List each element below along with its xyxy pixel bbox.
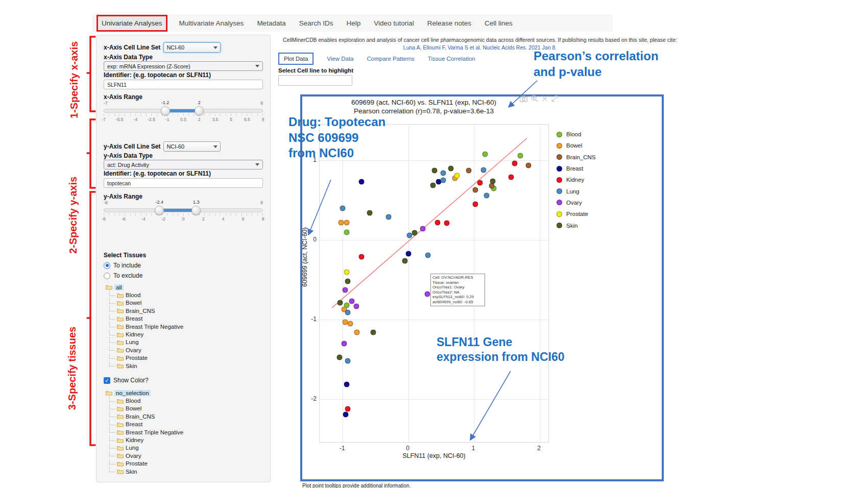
nav-tab-cell-lines[interactable]: Cell lines: [485, 19, 513, 27]
data-point-brain_cns[interactable]: [472, 187, 478, 192]
tree-item-skin[interactable]: Skin: [106, 362, 183, 370]
data-point-brain_cns[interactable]: [489, 183, 494, 189]
data-point-skin[interactable]: [345, 279, 351, 284]
data-point-ovary[interactable]: [343, 287, 348, 293]
radio-to-include[interactable]: To include: [104, 262, 141, 269]
data-point-lung[interactable]: [440, 170, 446, 176]
data-point-lung[interactable]: [345, 310, 351, 315]
nav-tab-metadata[interactable]: Metadata: [257, 19, 285, 27]
tree-item-lung[interactable]: Lung: [106, 338, 183, 346]
x-axis-data-type-select[interactable]: exp: mRNA Expression (Z-Score): [104, 61, 263, 71]
legend-item-brain-cns[interactable]: Brain_CNS: [557, 152, 596, 163]
data-point-breast[interactable]: [343, 411, 349, 417]
tab-compare-patterns[interactable]: Compare Patterns: [367, 56, 415, 62]
data-point-ovary[interactable]: [424, 291, 430, 297]
show-color-checkbox-row[interactable]: ✓ Show Color?: [104, 377, 149, 384]
data-point-ovary[interactable]: [341, 341, 347, 347]
nav-tab-video-tutorial[interactable]: Video tutorial: [374, 19, 414, 27]
tree-item-kidney[interactable]: Kidney: [106, 330, 183, 338]
data-point-kidney[interactable]: [472, 202, 478, 207]
data-point-kidney[interactable]: [345, 406, 351, 411]
data-point-breast[interactable]: [344, 381, 349, 387]
data-point-kidney[interactable]: [512, 161, 517, 166]
radio-to-exclude[interactable]: To exclude: [104, 272, 142, 279]
tree-root-no-selection[interactable]: no_selection: [106, 389, 183, 397]
autoscale-icon[interactable]: [551, 95, 558, 102]
tree-item-lung[interactable]: Lung: [106, 444, 183, 452]
y-axis-range-slider[interactable]: -88-2.41.3-8-6-4-202468: [104, 200, 263, 224]
data-point-blood[interactable]: [483, 151, 488, 157]
legend-item-bowel[interactable]: Bowel: [557, 140, 596, 151]
tree-item-blood[interactable]: Blood: [106, 291, 183, 299]
x-axis-range-slider[interactable]: -78-1.22-7-5.5-4-2.5-10.523.556.58: [104, 101, 263, 124]
y-axis-cell-line-set-select[interactable]: NCI-60: [163, 141, 221, 152]
tab-tissue-correlation[interactable]: Tissue Correlation: [428, 56, 475, 62]
tab-plot-data[interactable]: Plot Data: [278, 53, 314, 65]
data-point-lung[interactable]: [440, 178, 446, 183]
data-point-lung[interactable]: [425, 252, 431, 258]
tab-view-data[interactable]: View Data: [327, 56, 353, 62]
tree-item-breast[interactable]: Breast: [106, 315, 183, 323]
close-icon[interactable]: [542, 95, 548, 102]
nav-tab-univariate-analyses[interactable]: Univariate Analyses: [98, 16, 166, 30]
data-point-skin[interactable]: [432, 168, 438, 174]
data-point-skin[interactable]: [337, 300, 343, 306]
data-point-lung[interactable]: [340, 205, 346, 211]
y-axis-data-type-select[interactable]: act: Drug Activity: [104, 160, 263, 169]
data-point-lung[interactable]: [484, 192, 489, 198]
data-point-bowel[interactable]: [348, 321, 353, 327]
data-point-lung[interactable]: [386, 214, 392, 219]
data-point-blood[interactable]: [518, 153, 523, 158]
legend-item-blood[interactable]: Blood: [557, 129, 596, 140]
data-point-skin[interactable]: [430, 182, 436, 188]
data-point-prostate[interactable]: [344, 269, 349, 275]
data-point-skin[interactable]: [367, 210, 372, 216]
data-point-kidney[interactable]: [477, 180, 483, 185]
data-point-kidney[interactable]: [359, 254, 365, 259]
data-point-brain_cns[interactable]: [525, 162, 531, 168]
legend-item-ovary[interactable]: Ovary: [557, 197, 596, 208]
tree-item-bowel[interactable]: Bowel: [106, 405, 183, 412]
data-point-skin[interactable]: [412, 230, 418, 236]
x-axis-identifier-input[interactable]: [104, 80, 263, 89]
data-point-skin[interactable]: [490, 178, 496, 184]
data-point-breast[interactable]: [359, 179, 365, 185]
tree-item-ovary[interactable]: Ovary: [106, 452, 183, 459]
nav-tab-multivariate-analyses[interactable]: Multivariate Analyses: [179, 19, 244, 27]
data-point-ovary[interactable]: [354, 303, 359, 309]
data-point-skin[interactable]: [336, 354, 342, 360]
data-point-blood[interactable]: [344, 229, 349, 235]
data-point-brain_cns[interactable]: [466, 168, 471, 174]
tree-item-bowel[interactable]: Bowel: [106, 299, 183, 307]
slider-handle-to[interactable]: [195, 106, 204, 115]
nav-tab-search-ids[interactable]: Search IDs: [299, 19, 333, 27]
data-point-breast[interactable]: [405, 251, 411, 256]
legend-item-skin[interactable]: Skin: [557, 219, 596, 231]
camera-icon[interactable]: [520, 95, 527, 102]
legend-item-breast[interactable]: Breast: [557, 163, 596, 174]
nav-tab-help[interactable]: Help: [346, 19, 360, 27]
tree-item-brain-cns[interactable]: Brain_CNS: [106, 412, 183, 420]
legend-item-prostate[interactable]: Prostate: [557, 208, 596, 219]
tree-item-blood[interactable]: Blood: [106, 397, 183, 404]
data-point-bowel[interactable]: [344, 219, 349, 225]
slider-handle-from[interactable]: [161, 106, 170, 115]
tree-root-all[interactable]: all: [106, 283, 183, 291]
legend-item-kidney[interactable]: Kidney: [557, 174, 596, 185]
data-point-ovary[interactable]: [349, 299, 355, 304]
tree-item-kidney[interactable]: Kidney: [106, 436, 183, 444]
tree-item-brain-cns[interactable]: Brain_CNS: [106, 307, 183, 314]
tree-item-skin[interactable]: Skin: [106, 468, 183, 475]
tree-item-prostate[interactable]: Prostate: [106, 354, 183, 362]
tree-item-ovary[interactable]: Ovary: [106, 346, 183, 354]
slider-handle-from[interactable]: [155, 206, 164, 215]
data-point-skin[interactable]: [371, 330, 376, 335]
tree-item-breast-triple-negative[interactable]: Breast Triple Negative: [106, 428, 183, 436]
tree-item-breast-triple-negative[interactable]: Breast Triple Negative: [106, 323, 183, 330]
data-point-kidney[interactable]: [435, 219, 441, 225]
data-point-lung[interactable]: [345, 358, 351, 364]
data-point-ovary[interactable]: [420, 226, 425, 232]
data-point-prostate[interactable]: [454, 173, 460, 178]
data-point-skin[interactable]: [448, 165, 454, 171]
data-point-kidney[interactable]: [509, 174, 514, 180]
